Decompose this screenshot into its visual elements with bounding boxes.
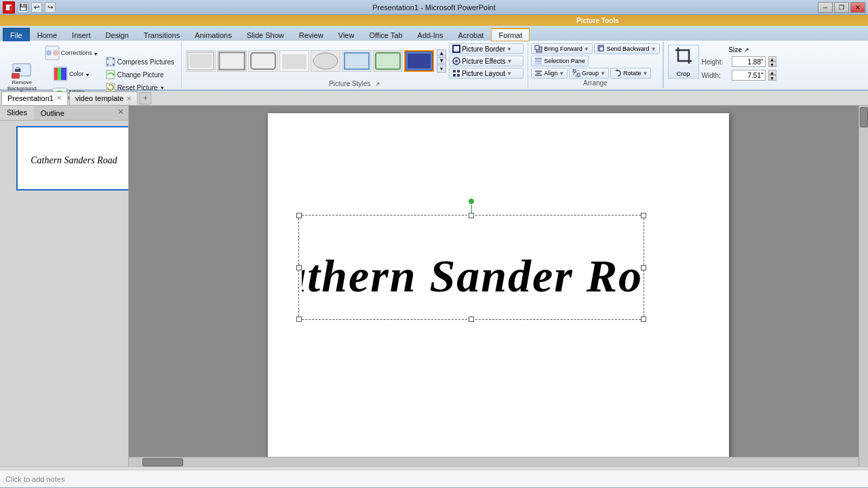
- picture-layout-arrow: ▼: [507, 70, 512, 77]
- notes-bar[interactable]: Click to add notes: [0, 470, 868, 487]
- handle-top-right[interactable]: [641, 213, 646, 218]
- doc-tab-presentation1[interactable]: Presentation1 ✕: [1, 92, 68, 105]
- doc-tab-vt-close[interactable]: ✕: [126, 95, 132, 102]
- slides-tab[interactable]: Slides: [0, 106, 34, 120]
- picture-effects-button[interactable]: Picture Effects ▼: [449, 56, 524, 66]
- gallery-down-arrow[interactable]: ▼: [437, 57, 446, 64]
- doc-tab-pres1-close[interactable]: ✕: [56, 94, 62, 102]
- minimize-button[interactable]: ─: [818, 2, 833, 13]
- canvas-vscroll[interactable]: [859, 106, 868, 466]
- handle-bottom-mid[interactable]: [469, 317, 474, 322]
- gallery-scroll: ▲ ▼ ▾: [437, 49, 446, 73]
- tab-transitions[interactable]: Transitions: [136, 28, 187, 41]
- height-input[interactable]: [732, 56, 766, 67]
- compress-pictures-button[interactable]: Compress Pictures: [103, 56, 177, 68]
- handle-mid-left[interactable]: [296, 265, 302, 270]
- rotate-handle[interactable]: [469, 199, 474, 204]
- slide-panel-close[interactable]: ✕: [113, 106, 128, 120]
- svg-rect-44: [535, 63, 542, 64]
- style-thumb-3[interactable]: [248, 50, 278, 72]
- svg-rect-29: [406, 52, 433, 70]
- height-down[interactable]: ▼: [768, 62, 776, 67]
- style-thumb-1[interactable]: [186, 50, 216, 72]
- corrections-button[interactable]: Corrections ▼: [41, 43, 102, 64]
- tab-acrobat[interactable]: Acrobat: [450, 28, 491, 41]
- crop-button[interactable]: Crop: [668, 45, 699, 79]
- group-button[interactable]: Group ▼: [569, 68, 609, 79]
- picture-tools-label: Picture Tools: [563, 17, 633, 24]
- width-down[interactable]: ▼: [768, 75, 776, 81]
- quick-redo[interactable]: ↪: [45, 2, 56, 13]
- tab-review[interactable]: Review: [292, 28, 331, 41]
- handle-bottom-right[interactable]: [641, 317, 646, 322]
- svg-rect-41: [599, 47, 604, 51]
- color-button[interactable]: Color ▼: [41, 64, 102, 85]
- svg-rect-2: [6, 5, 12, 6]
- svg-text:Cathern Sander Road: Cathern Sander Road: [302, 250, 641, 302]
- group-icon: [572, 69, 580, 77]
- tab-file[interactable]: File: [3, 28, 30, 41]
- size-expand[interactable]: ↗: [744, 47, 749, 54]
- align-icon: [534, 69, 542, 77]
- tab-home[interactable]: Home: [30, 28, 64, 41]
- gallery-up-arrow[interactable]: ▲: [437, 49, 446, 56]
- width-up[interactable]: ▲: [768, 70, 776, 75]
- handle-top-left[interactable]: [296, 213, 302, 218]
- style-thumb-2[interactable]: [217, 50, 247, 72]
- tab-slideshow[interactable]: Slide Show: [239, 28, 292, 41]
- doc-tab-videotemplate[interactable]: video template ✕: [69, 92, 138, 105]
- tab-officetab[interactable]: Office Tab: [361, 28, 410, 41]
- new-tab-button[interactable]: +: [139, 92, 151, 104]
- svg-text:🏔: 🏔: [15, 66, 21, 73]
- height-up[interactable]: ▲: [768, 56, 776, 62]
- tab-view[interactable]: View: [331, 28, 362, 41]
- remove-background-button[interactable]: 🏔 Remove Background: [4, 56, 40, 94]
- style-thumb-5[interactable]: [311, 50, 340, 72]
- vscroll-thumb[interactable]: [860, 107, 868, 127]
- send-backward-button[interactable]: Send Backward ▼: [594, 43, 660, 54]
- outline-tab[interactable]: Outline: [34, 106, 71, 120]
- svg-point-33: [455, 60, 458, 62]
- align-button[interactable]: Align ▼: [531, 68, 568, 79]
- picture-styles-expand[interactable]: ↗: [375, 81, 380, 87]
- svg-point-7: [46, 50, 52, 56]
- ribbon-tabs: File Home Insert Design Transitions Anim…: [0, 26, 868, 41]
- picture-layout-button[interactable]: Picture Layout ▼: [449, 68, 524, 79]
- handle-bottom-left[interactable]: [296, 317, 302, 322]
- gallery-more-arrow[interactable]: ▾: [437, 64, 446, 73]
- restore-button[interactable]: ❐: [834, 2, 849, 13]
- style-thumb-8[interactable]: [404, 50, 434, 72]
- close-button[interactable]: ✕: [850, 2, 865, 13]
- handle-top-mid[interactable]: [469, 213, 474, 218]
- quick-undo[interactable]: ↩: [31, 2, 42, 13]
- picture-styles-label: Picture Styles ↗: [329, 80, 380, 87]
- slides-container: 1 Cathern Sanders Road: [0, 121, 128, 466]
- style-thumb-4[interactable]: [279, 50, 309, 72]
- picture-border-icon: [452, 45, 460, 53]
- change-picture-button[interactable]: Change Picture: [103, 68, 177, 81]
- style-thumb-7[interactable]: [373, 50, 403, 72]
- arrange-row1: Bring Forward ▼ Send Backward ▼: [531, 43, 659, 54]
- selection-pane-button[interactable]: Selection Pane: [531, 56, 589, 66]
- picture-border-button[interactable]: Picture Border ▼: [449, 43, 524, 54]
- slide-1-thumbnail[interactable]: Cathern Sanders Road: [16, 126, 128, 190]
- rotate-button[interactable]: Rotate ▼: [610, 68, 651, 79]
- svg-rect-35: [457, 70, 460, 73]
- width-input[interactable]: [732, 70, 766, 81]
- tab-insert[interactable]: Insert: [64, 28, 98, 41]
- hscroll-thumb[interactable]: [142, 458, 183, 466]
- tab-design[interactable]: Design: [98, 28, 136, 41]
- canvas-hscroll[interactable]: [129, 457, 859, 466]
- svg-rect-22: [190, 54, 212, 68]
- tab-animations[interactable]: Animations: [187, 28, 239, 41]
- slide-canvas[interactable]: Cathern Sander Road: [268, 113, 729, 459]
- quick-save[interactable]: 💾: [18, 2, 28, 13]
- handle-mid-right[interactable]: [641, 265, 646, 270]
- selected-image[interactable]: Cathern Sander Road: [298, 215, 644, 320]
- style-thumb-6[interactable]: [342, 50, 372, 72]
- tab-format[interactable]: Format: [491, 28, 530, 41]
- tab-addins[interactable]: Add-Ins: [410, 28, 451, 41]
- crop-icon: [674, 46, 693, 69]
- bring-forward-icon: [534, 45, 542, 53]
- bring-forward-button[interactable]: Bring Forward ▼: [531, 43, 592, 54]
